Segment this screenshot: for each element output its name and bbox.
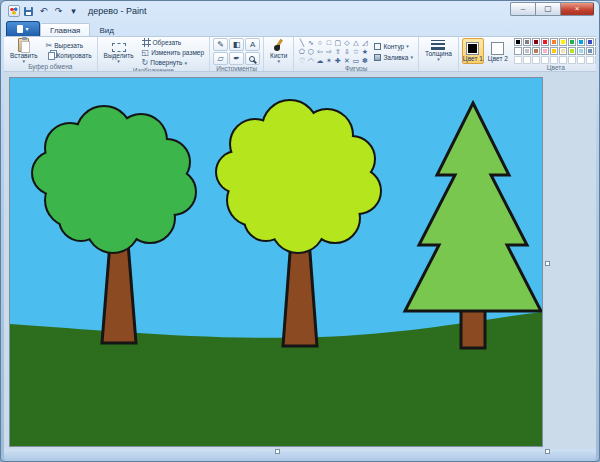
palette-swatch[interactable] xyxy=(523,47,531,55)
minimize-button[interactable]: – xyxy=(510,2,535,16)
palette-swatch[interactable] xyxy=(541,47,549,55)
color-picker-tool-button[interactable]: ✒ xyxy=(229,52,244,65)
color2-button[interactable]: Цвет 2 xyxy=(487,38,509,64)
palette-empty-slot[interactable] xyxy=(541,56,549,64)
rotate-icon: ↻ xyxy=(142,59,149,67)
canvas-resize-handle-corner[interactable] xyxy=(545,449,550,454)
palette-empty-slot[interactable] xyxy=(586,56,594,64)
text-tool-button[interactable]: A xyxy=(245,38,260,51)
palette-empty-slot[interactable] xyxy=(550,56,558,64)
window-frame-bottom xyxy=(4,449,596,461)
palette-swatch[interactable] xyxy=(586,38,594,46)
palette-swatch[interactable] xyxy=(550,47,558,55)
shape-button[interactable]: □ xyxy=(324,38,333,47)
shape-button[interactable]: ⇧ xyxy=(333,47,342,56)
palette-swatch[interactable] xyxy=(595,38,596,46)
palette-swatch[interactable] xyxy=(568,38,576,46)
colors-group-label: Цвета xyxy=(462,64,596,72)
palette-swatch[interactable] xyxy=(586,47,594,55)
palette-swatch[interactable] xyxy=(559,38,567,46)
qat-dropdown-button[interactable]: ▾ xyxy=(67,5,80,18)
canvas-resize-handle-right[interactable] xyxy=(545,261,550,266)
select-button[interactable]: Выделить ▾ xyxy=(101,38,137,67)
palette-swatch[interactable] xyxy=(568,47,576,55)
redo-button[interactable]: ↷ xyxy=(52,5,65,18)
shape-fill-button[interactable]: Заливка ▾ xyxy=(372,53,415,62)
palette-empty-slot[interactable] xyxy=(568,56,576,64)
shape-button[interactable]: ⇨ xyxy=(324,47,333,56)
palette-swatch[interactable] xyxy=(514,47,522,55)
palette-swatch[interactable] xyxy=(595,47,596,55)
palette-empty-slot[interactable] xyxy=(595,56,596,64)
shape-button[interactable]: ╲ xyxy=(297,38,306,47)
shape-outline-button[interactable]: Контур ▾ xyxy=(372,42,415,51)
magnifier-tool-button[interactable] xyxy=(245,52,260,65)
colors-group: Цвет 1 Цвет 2 Изменение цветов Цвета xyxy=(459,37,596,71)
shape-button[interactable]: ✚ xyxy=(333,56,342,65)
palette-swatch[interactable] xyxy=(577,38,585,46)
copy-button[interactable]: Копировать xyxy=(44,51,94,60)
paint-menu-button[interactable]: ▾ xyxy=(6,21,40,36)
crop-icon xyxy=(142,38,151,47)
paste-button[interactable]: Вставить ▾ xyxy=(7,38,41,63)
fill-tool-button[interactable]: ◧ xyxy=(229,38,244,51)
canvas-area xyxy=(4,72,596,449)
image-group: Выделить ▾ Обрезать ◱ Изменить размер ↻ … xyxy=(98,37,211,71)
shape-button[interactable]: ☆ xyxy=(351,47,360,56)
palette-empty-slot[interactable] xyxy=(523,56,531,64)
palette-swatch[interactable] xyxy=(523,38,531,46)
shape-button[interactable]: ✽ xyxy=(360,56,369,65)
palette-empty-slot[interactable] xyxy=(559,56,567,64)
file-menu-icon xyxy=(17,25,23,33)
shape-button[interactable]: ○ xyxy=(315,38,324,47)
shape-button[interactable]: ▢ xyxy=(333,38,342,47)
palette-swatch[interactable] xyxy=(532,47,540,55)
shape-button[interactable]: ⬡ xyxy=(306,47,315,56)
pencil-tool-button[interactable]: ✎ xyxy=(213,38,228,51)
crop-button[interactable]: Обрезать xyxy=(140,38,207,47)
shape-button[interactable]: ✕ xyxy=(342,56,351,65)
shape-button[interactable]: ◿ xyxy=(360,38,369,47)
maximize-button[interactable]: ▢ xyxy=(535,2,560,16)
palette-empty-slot[interactable] xyxy=(532,56,540,64)
tab-home[interactable]: Главная xyxy=(40,23,90,36)
palette-swatch[interactable] xyxy=(577,47,585,55)
cut-button[interactable]: ✂ Вырезать xyxy=(44,41,94,50)
save-icon xyxy=(24,7,33,16)
palette-empty-slot[interactable] xyxy=(577,56,585,64)
palette-swatch[interactable] xyxy=(550,38,558,46)
shape-button[interactable]: ⇩ xyxy=(342,47,351,56)
fill-style-icon xyxy=(374,54,381,61)
palette-swatch[interactable] xyxy=(532,38,540,46)
eraser-tool-button[interactable]: ▱ xyxy=(213,52,228,65)
canvas-resize-handle-bottom[interactable] xyxy=(275,449,280,454)
shape-button[interactable]: ♡ xyxy=(297,56,306,65)
rotate-button[interactable]: ↻ Повернуть ▾ xyxy=(140,58,207,67)
palette-swatch[interactable] xyxy=(559,47,567,55)
save-button[interactable] xyxy=(22,5,35,18)
shape-button[interactable]: ⬠ xyxy=(297,47,306,56)
brushes-button[interactable]: Кисти ▾ xyxy=(267,38,290,63)
palette-empty-slot[interactable] xyxy=(514,56,522,64)
palette-swatch[interactable] xyxy=(514,38,522,46)
size-button[interactable]: Толщина ▾ xyxy=(422,38,455,63)
shape-button[interactable]: ★ xyxy=(360,47,369,56)
paint-window: ↶ ↷ ▾ дерево - Paint – ▢ × ▾ Главная Вид… xyxy=(0,0,600,462)
undo-button[interactable]: ↶ xyxy=(37,5,50,18)
shape-button[interactable]: ⇦ xyxy=(315,47,324,56)
close-button[interactable]: × xyxy=(560,2,594,16)
resize-button[interactable]: ◱ Изменить размер xyxy=(140,48,207,57)
palette-swatch[interactable] xyxy=(541,38,549,46)
shape-button[interactable]: ▭ xyxy=(351,56,360,65)
shape-button[interactable]: ∿ xyxy=(306,38,315,47)
drawing-canvas[interactable] xyxy=(9,77,543,447)
color1-button[interactable]: Цвет 1 xyxy=(462,38,484,64)
tab-view[interactable]: Вид xyxy=(90,24,122,36)
shape-button[interactable]: ◇ xyxy=(342,38,351,47)
tools-grid: ✎◧A▱✒ xyxy=(213,38,260,65)
outline-label: Контур xyxy=(383,43,404,50)
shape-button[interactable]: ✶ xyxy=(324,56,333,65)
shape-button[interactable]: △ xyxy=(351,38,360,47)
shape-button[interactable]: ☁ xyxy=(315,56,324,65)
shape-button[interactable]: ◠ xyxy=(306,56,315,65)
